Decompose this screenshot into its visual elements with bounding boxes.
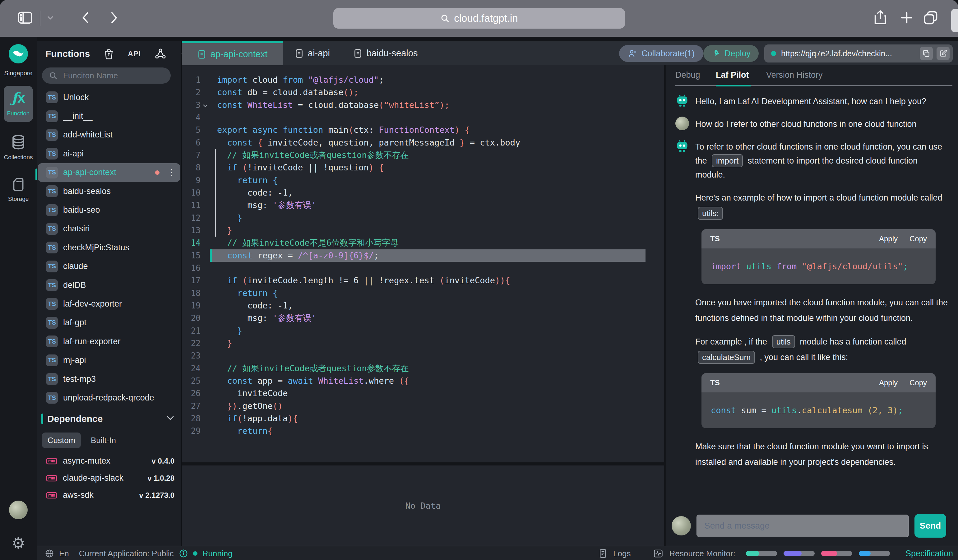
code-line: 13 }	[182, 224, 664, 236]
recycle-bin-icon[interactable]	[103, 48, 114, 59]
dependency-item[interactable]: aws-sdkv 2.1273.0	[37, 487, 181, 504]
address-bar[interactable]: cloud.fatgpt.in	[333, 8, 625, 29]
line-number: 23	[182, 349, 201, 362]
function-list-item[interactable]: TSdelDB	[37, 276, 181, 295]
typescript-badge: TS	[46, 392, 58, 404]
function-list-item[interactable]: TSai-api	[37, 144, 181, 163]
tab-built-in[interactable]: Built-In	[91, 436, 116, 445]
forward-button[interactable]	[109, 10, 119, 27]
code-text: const db = cloud.database();	[210, 86, 646, 98]
api-docs-icon[interactable]: API	[128, 50, 141, 58]
collaborate-button[interactable]: Collaborate(1)	[619, 45, 703, 62]
chat-code-block: TSApplyCopyimport utils from "@lafjs/clo…	[701, 229, 936, 284]
dependency-item[interactable]: claude-api-slackv 1.0.28	[37, 470, 181, 487]
function-list-item[interactable]: TSlaf-run-exporter	[37, 332, 181, 351]
user-avatar[interactable]	[9, 501, 28, 519]
package-name: claude-api-slack	[63, 473, 124, 483]
gutter-space	[201, 161, 210, 174]
function-list-item[interactable]: TSlaf-gpt	[37, 313, 181, 332]
line-number: 7	[182, 149, 201, 161]
code-text: inviteCode	[210, 387, 646, 400]
editor-tabs: ap-api-contextai-apibaidu-sealos	[182, 41, 430, 65]
share-icon[interactable]	[873, 9, 887, 28]
function-list-item[interactable]: TSmj-api	[37, 351, 181, 370]
logs-label[interactable]: Logs	[613, 549, 631, 558]
function-list-item[interactable]: TSbaidu-sealos	[37, 182, 181, 201]
resource-monitor-label: Resource Monitor:	[669, 549, 735, 558]
back-button[interactable]	[81, 10, 90, 27]
chat-message-input[interactable]	[696, 515, 909, 537]
code-text: return {	[210, 174, 646, 187]
function-list-item[interactable]: TSlaf-dev-exporter	[37, 295, 181, 313]
function-list-item[interactable]: TSap-api-context⋮	[38, 163, 180, 182]
send-button[interactable]: Send	[914, 514, 946, 538]
running-dot	[193, 551, 197, 556]
trigger-icon[interactable]	[155, 48, 167, 60]
fold-chevron-icon[interactable]	[201, 99, 210, 111]
code-line: 29 return{	[182, 425, 664, 437]
dependency-item[interactable]: async-mutexv 0.4.0	[37, 452, 181, 470]
tabs-overview-icon[interactable]	[923, 10, 938, 27]
editor-tab[interactable]: baidu-sealos	[342, 41, 430, 65]
sidebar-item-collections[interactable]: Collections	[0, 134, 37, 161]
typescript-badge: TS	[46, 354, 58, 366]
sidebar-item-function[interactable]: ƒx Function	[4, 86, 33, 122]
code-line: 17 if (inviteCode.length != 6 || !regex.…	[182, 274, 664, 287]
code-line: 3const WhiteList = cloud.database(“white…	[182, 99, 664, 111]
function-list-item[interactable]: TSUnlock	[37, 88, 181, 107]
kebab-menu-icon[interactable]: ⋮	[167, 167, 176, 178]
apply-button[interactable]: Apply	[879, 235, 898, 243]
code-lang-label: TS	[710, 235, 720, 243]
tab-laf-pilot[interactable]: Laf Pilot	[716, 70, 749, 80]
copy-url-button[interactable]	[920, 47, 933, 60]
editor-tab-active[interactable]: ap-api-context	[182, 41, 283, 65]
tab-debug[interactable]: Debug	[676, 70, 700, 80]
copy-button[interactable]: Copy	[909, 235, 927, 243]
info-icon[interactable]	[179, 549, 188, 558]
function-list-item[interactable]: TStest-mp3	[37, 370, 181, 389]
function-list-item[interactable]: TSadd-whiteList	[37, 125, 181, 144]
message-text: To refer to other cloud functions in one…	[695, 139, 949, 182]
function-list-item[interactable]: TS__init__	[37, 107, 181, 125]
tab-custom[interactable]: Custom	[42, 433, 81, 448]
edit-url-button[interactable]	[937, 47, 950, 60]
function-search-input[interactable]	[62, 71, 163, 81]
code-line: 19 code: -1,	[182, 300, 664, 312]
collapse-chevron-icon[interactable]	[166, 415, 175, 422]
editor-tab[interactable]: ai-api	[283, 41, 342, 65]
function-list-item[interactable]: TScheckMjPicStatus	[37, 238, 181, 257]
running-status: Running	[202, 549, 233, 558]
code-block-body: const sum = utils.calculatesum (2, 3);	[701, 392, 936, 428]
globe-icon[interactable]	[45, 549, 54, 558]
function-name: test-mp3	[63, 374, 96, 384]
language-label[interactable]: En	[59, 549, 69, 558]
logs-icon[interactable]	[599, 549, 607, 558]
specification-link[interactable]: Specification	[906, 549, 953, 558]
copy-button[interactable]: Copy	[909, 378, 927, 387]
code-editor[interactable]: 1import cloud from "@lafjs/cloud";2const…	[182, 65, 664, 462]
apply-button[interactable]: Apply	[879, 378, 898, 387]
gutter-space	[201, 387, 210, 400]
deploy-button[interactable]: Deploy	[703, 45, 759, 62]
function-list-item[interactable]: TSbaidu-seo	[37, 201, 181, 219]
debug-result-panel: No Data	[182, 465, 664, 546]
function-search-box[interactable]	[42, 67, 171, 84]
sidebar-toggle-icon[interactable]	[17, 11, 33, 26]
function-name: laf-dev-exporter	[63, 299, 122, 309]
sidebar-item-storage[interactable]: Storage	[0, 177, 37, 202]
function-list-item[interactable]: TSclaude	[37, 257, 181, 276]
tab-version-history[interactable]: Version History	[766, 70, 823, 80]
function-list-item[interactable]: TSunpload-redpack-qrcode	[37, 389, 181, 407]
gutter-space	[201, 174, 210, 187]
laf-logo[interactable]	[9, 44, 28, 63]
function-url[interactable]: https://qjq7e2.laf.dev/checkin...	[764, 44, 953, 62]
function-label: Function	[4, 110, 33, 117]
status-dot	[771, 51, 776, 56]
function-list-item[interactable]: TSchatsiri	[37, 219, 181, 238]
current-application-label: Current Application: Public	[79, 549, 174, 558]
new-tab-icon[interactable]	[899, 10, 914, 27]
settings-gear-icon[interactable]: ⚙	[0, 534, 37, 552]
storage-icon	[11, 177, 26, 192]
typescript-badge: TS	[46, 167, 58, 178]
chevron-down-icon[interactable]	[47, 15, 54, 21]
